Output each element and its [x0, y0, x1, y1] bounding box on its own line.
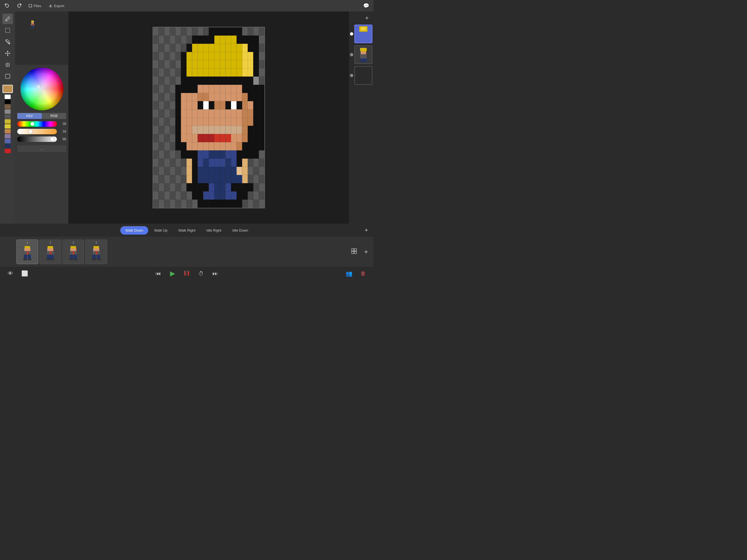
files-button[interactable]: Files — [26, 3, 43, 9]
fast-forward-button[interactable]: ⏭ — [210, 269, 220, 278]
eye-button[interactable]: 👁 — [5, 269, 15, 278]
svg-rect-5 — [5, 74, 10, 78]
lasso-tool[interactable] — [2, 71, 13, 81]
frame-sprite-1 — [19, 245, 35, 262]
right-panel: + — [349, 11, 374, 224]
swatch-yellow-gold[interactable] — [5, 119, 11, 124]
layer-row-2 — [350, 45, 372, 64]
swatch-black[interactable] — [5, 100, 11, 104]
layer-radio-3[interactable] — [350, 74, 353, 77]
swatch-white[interactable] — [5, 95, 11, 99]
pixel-canvas[interactable] — [153, 27, 264, 208]
rgb-tab[interactable]: RGB — [42, 113, 67, 119]
tab-idle-right[interactable]: Idle Right — [202, 226, 226, 235]
layer-radio-2[interactable] — [350, 53, 353, 56]
val-thumb — [50, 137, 54, 141]
frame-number-3: 3 — [73, 241, 74, 244]
anim-tabs-bar: Walk Down Walk Up Walk Right Idle Right … — [0, 224, 374, 237]
clock-button[interactable]: ⏱ — [196, 269, 206, 278]
swatch-navy[interactable] — [5, 144, 11, 148]
tab-walk-down[interactable]: Walk Down — [120, 226, 148, 235]
layer-thumb-canvas-2 — [355, 47, 371, 63]
active-color-swatch[interactable] — [2, 85, 13, 93]
swatch-purple-gray[interactable] — [5, 134, 11, 138]
add-frame-button[interactable]: + — [364, 248, 368, 256]
swatch-red[interactable] — [5, 149, 11, 153]
hue-value: 38 — [58, 122, 66, 126]
frame-number-4: 4 — [96, 241, 97, 244]
tab-walk-right[interactable]: Walk Right — [173, 226, 200, 235]
frame-sprite-4 — [88, 245, 104, 262]
top-bar-left: Files Export — [3, 2, 67, 10]
top-bar: Files Export 💬 — [0, 0, 374, 11]
add-animation-button[interactable]: + — [364, 227, 368, 234]
tab-idle-down[interactable]: Idle Down — [228, 226, 253, 235]
film-button[interactable]: 🎞 — [182, 269, 192, 278]
sat-slider[interactable] — [17, 129, 57, 134]
move-tool[interactable] — [2, 48, 13, 58]
sat-thumb — [29, 130, 32, 133]
layer-thumb-2[interactable] — [354, 45, 372, 64]
files-label: Files — [34, 4, 41, 8]
svg-point-1 — [8, 43, 10, 44]
grid-layout-button[interactable] — [351, 248, 357, 256]
undo-button[interactable] — [3, 2, 11, 10]
tab-walk-up[interactable]: Walk Up — [149, 226, 173, 235]
frame-number-1: 1 — [27, 241, 28, 244]
hue-thumb — [30, 122, 34, 126]
swatch-tan[interactable] — [5, 129, 11, 133]
hue-slider[interactable] — [17, 121, 57, 127]
color-wheel-container[interactable] — [20, 67, 64, 111]
play-button[interactable]: ▶ — [168, 269, 177, 278]
color-palette — [2, 85, 13, 153]
select-rect-tool[interactable] — [2, 25, 13, 35]
frame-number-2: 2 — [50, 241, 51, 244]
color-wheel[interactable] — [20, 67, 64, 111]
sat-value: 34 — [58, 130, 66, 133]
hsv-tab[interactable]: HSV — [17, 113, 42, 119]
svg-rect-8 — [352, 252, 354, 254]
svg-rect-6 — [352, 249, 354, 251]
export-label: Export — [54, 4, 64, 8]
fill-tool[interactable] — [2, 36, 13, 47]
frame-cell-4[interactable]: 4 — [85, 239, 107, 264]
swatch-gray-mid[interactable] — [5, 109, 11, 114]
layer-thumb-1[interactable] — [354, 25, 372, 43]
layer-thumb-3[interactable] — [354, 66, 372, 85]
rewind-button[interactable]: ⏮ — [153, 269, 163, 278]
chat-button[interactable]: 💬 — [362, 2, 370, 10]
add-layer-button[interactable]: + — [363, 14, 371, 22]
canvas-area[interactable] — [68, 11, 349, 224]
frame-strip: 1 2 3 4 + — [0, 237, 374, 267]
left-toolbar — [0, 11, 15, 224]
swatch-brown[interactable] — [5, 104, 11, 109]
frame-cell-1[interactable]: 1 — [17, 239, 38, 264]
layer-thumb-canvas-1 — [355, 26, 371, 42]
swatch-gray-dark[interactable] — [5, 114, 11, 119]
frame-select-button[interactable]: ⬜ — [20, 269, 29, 278]
frame-sprite-canvas-4 — [89, 246, 103, 262]
delete-button[interactable]: 🗑 — [358, 269, 368, 278]
pencil-tool[interactable] — [2, 14, 13, 24]
layer-radio-1[interactable] — [350, 32, 353, 35]
frame-sprite-canvas-1 — [21, 246, 34, 262]
group-button[interactable]: 👥 — [344, 269, 354, 278]
svg-rect-9 — [354, 252, 357, 254]
swatch-yellow[interactable] — [5, 124, 11, 128]
bottom-bar: 👁 ⬜ ⏮ ▶ 🎞 ⏱ ⏭ 👥 🗑 — [0, 267, 374, 280]
more-button[interactable]: ... — [17, 145, 66, 152]
svg-rect-7 — [354, 249, 357, 251]
frame-sprite-2 — [42, 245, 58, 262]
export-button[interactable]: Export — [47, 3, 67, 9]
redo-button[interactable] — [15, 2, 23, 10]
frame-cell-2[interactable]: 2 — [40, 239, 61, 264]
layer-row-1 — [350, 25, 372, 43]
val-slider[interactable] — [17, 136, 57, 142]
top-bar-right: 💬 — [362, 2, 370, 10]
swatch-blue[interactable] — [5, 139, 11, 143]
val-slider-row: 88 — [17, 136, 66, 142]
frame-sprite-canvas-2 — [44, 246, 57, 262]
frame-cell-3[interactable]: 3 — [62, 239, 84, 264]
color-mode-tabs: HSV RGB — [17, 113, 66, 119]
stamp-tool[interactable] — [2, 59, 13, 70]
